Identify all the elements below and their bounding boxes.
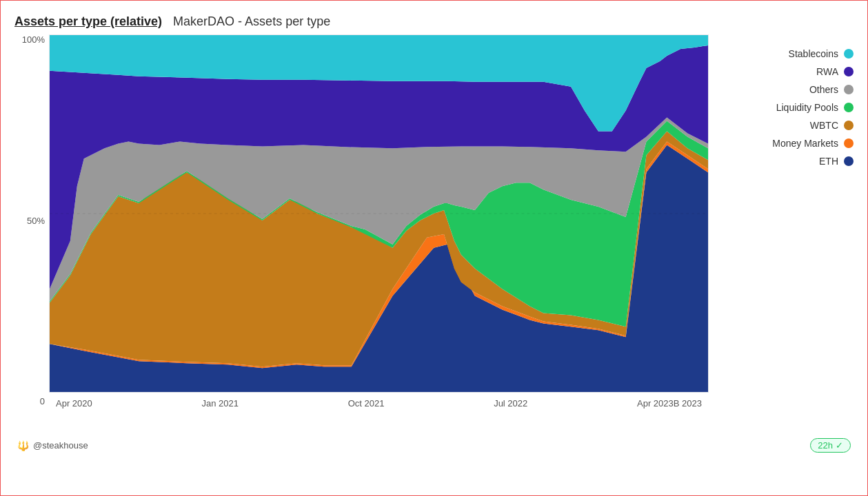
legend-label-eth: ETH [819, 156, 838, 167]
legend-label-others: Others [809, 84, 838, 95]
legend-label-money-markets: Money Markets [772, 138, 838, 149]
legend-label-liquidity-pools: Liquidity Pools [776, 102, 838, 113]
x-label-jul2022: Jul 2022 [494, 398, 527, 409]
legend-dot-money-markets [844, 138, 854, 148]
legend-item-eth: ETH [723, 156, 854, 167]
chart-area: 100% 50% 0 Dune [14, 34, 709, 434]
x-axis: Apr 2020 Jan 2021 Oct 2021 Jul 2022 Apr … [49, 395, 709, 409]
y-axis: 100% 50% 0 [14, 34, 49, 406]
legend-dot-others [844, 85, 854, 94]
legend-dot-liquidity-pools [844, 103, 854, 112]
legend-item-others: Others [723, 84, 854, 95]
legend-dot-rwa [844, 67, 854, 76]
chart-body: 100% 50% 0 Dune [14, 34, 854, 434]
x-label-jan2021: Jan 2021 [201, 398, 239, 409]
chart-title-link[interactable]: Assets per type (relative) [14, 14, 162, 29]
legend-label-rwa: RWA [816, 66, 838, 77]
chart-footer: 🔱 @steakhouse 22h ✓ [14, 438, 854, 453]
x-label-apr2023: Apr 2023B 2023 [637, 398, 702, 409]
chart-header: Assets per type (relative) MakerDAO - As… [14, 14, 854, 29]
time-badge-icon: ✓ [836, 440, 843, 451]
legend-dot-stablecoins [844, 49, 854, 59]
attribution-icon: 🔱 [17, 440, 29, 451]
legend-label-stablecoins: Stablecoins [789, 48, 838, 59]
chart-container: Assets per type (relative) MakerDAO - As… [0, 0, 868, 496]
stacked-area-chart: Dune [49, 34, 709, 393]
y-label-100: 100% [22, 34, 45, 45]
legend-dot-wbtc [844, 121, 854, 130]
attribution: 🔱 @steakhouse [17, 440, 88, 451]
time-badge-text: 22h [818, 440, 833, 451]
chart-legend: Stablecoins RWA Others Liquidity Pools W… [723, 34, 854, 167]
legend-dot-eth [844, 156, 854, 166]
x-label-apr2020: Apr 2020 [56, 398, 92, 409]
x-label-oct2021: Oct 2021 [348, 398, 385, 409]
chart-subtitle: MakerDAO - Assets per type [173, 14, 330, 29]
y-label-0: 0 [40, 396, 45, 406]
legend-item-wbtc: WBTC [723, 120, 854, 131]
y-label-50: 50% [27, 216, 45, 226]
legend-label-wbtc: WBTC [810, 120, 838, 131]
attribution-text: @steakhouse [33, 440, 88, 451]
legend-item-rwa: RWA [723, 66, 854, 77]
time-badge: 22h ✓ [810, 438, 851, 453]
legend-item-money-markets: Money Markets [723, 138, 854, 149]
legend-item-stablecoins: Stablecoins [723, 48, 854, 59]
legend-item-liquidity-pools: Liquidity Pools [723, 102, 854, 113]
